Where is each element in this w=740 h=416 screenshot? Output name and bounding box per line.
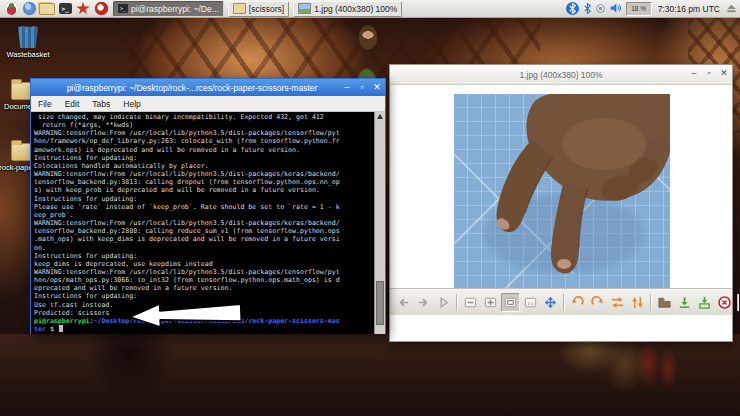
terminal-line: keep_dims is deprecated, use keepdims in… <box>34 260 374 268</box>
file-manager-button[interactable] <box>39 1 55 17</box>
svg-text:1:1: 1:1 <box>528 300 535 305</box>
toolbar-separator <box>650 294 652 311</box>
cpu-monitor[interactable]: 18 % <box>626 2 652 16</box>
toolbar-separator <box>563 294 565 311</box>
next-button[interactable] <box>414 293 433 312</box>
terminal-scrollbar[interactable] <box>374 112 385 334</box>
terminal-line: Colocations handled automatically by pla… <box>34 162 374 170</box>
viewer-titlebar[interactable]: 1.jpg (400x380) 100% –▫✕ <box>390 65 732 85</box>
viewer-toolbar: 1:1 <box>390 288 732 315</box>
menu-file[interactable]: File <box>38 99 52 109</box>
terminal-line: Instructions for updating: <box>34 195 374 203</box>
terminal-line: s) with keep_prob is deprecated and will… <box>34 186 374 194</box>
taskbar-window-label: pi@raspberrypi: ~/De... <box>131 4 219 14</box>
terminal-launcher-button[interactable]: >_ <box>57 1 73 17</box>
terminal-line: eep_prob`. <box>34 211 374 219</box>
taskbar: >_ >_ pi@raspberrypi: ~/De... [scissors]… <box>0 0 740 18</box>
wallpaper-ground <box>0 334 740 416</box>
terminal-title: pi@raspberrypi: ~/Desktop/rock-...rces/r… <box>31 83 385 93</box>
annotation-arrow <box>127 298 246 332</box>
terminal-line: tensorflow_backend.py:2880: calling redu… <box>34 227 374 235</box>
desktop: Wastebasket Documents rock-paper-sci 1.j… <box>0 0 740 416</box>
save-as-button[interactable] <box>695 293 714 312</box>
terminal-icon: >_ <box>118 4 128 13</box>
maximize-button[interactable]: ▫ <box>704 69 714 78</box>
flip-vertical-button[interactable] <box>628 293 647 312</box>
maximize-button[interactable]: ▫ <box>357 83 367 92</box>
terminal-line: WARNING:tensorflow:From /usr/local/lib/p… <box>34 219 374 227</box>
clock[interactable]: 7:30:16 pm UTC <box>656 4 722 14</box>
minimize-button[interactable]: – <box>342 83 352 92</box>
close-button[interactable]: ✕ <box>372 83 382 92</box>
terminal-window: pi@raspberrypi: ~/Desktop/rock-...rces/r… <box>30 78 386 334</box>
terminal-line: return f(*args, **kwds) <box>34 121 374 129</box>
terminal-line: WARNING:tensorflow:From /usr/local/lib/p… <box>34 268 374 276</box>
slideshow-button[interactable] <box>434 293 453 312</box>
scroll-up-icon[interactable] <box>377 114 383 119</box>
desktop-icon-wastebasket[interactable]: Wastebasket <box>0 23 60 59</box>
terminal-line: WARNING:tensorflow:From /usr/local/lib/p… <box>34 170 374 178</box>
folders-icon <box>39 3 55 15</box>
terminal-line: hon/framework/op_def_library.py:263: col… <box>34 137 374 145</box>
globe-icon <box>23 2 36 15</box>
volume-icon[interactable] <box>609 0 622 18</box>
terminal-line: Please use `rate` instead of `keep_prob`… <box>34 203 374 211</box>
terminal-line: eprecated and will be removed in a futur… <box>34 284 374 292</box>
previous-button[interactable] <box>394 293 413 312</box>
zoom-in-button[interactable] <box>481 293 500 312</box>
eject-icon[interactable] <box>726 0 737 18</box>
bluetooth-icon[interactable] <box>583 0 592 18</box>
desktop-icon-label: Wastebasket <box>0 50 60 59</box>
prompt-user: pi@raspberrypi <box>34 317 90 325</box>
toolbar-separator <box>737 294 739 311</box>
raspberry-icon <box>5 2 18 15</box>
scrollbar-thumb[interactable] <box>376 281 384 325</box>
web-browser-button[interactable] <box>21 1 37 17</box>
delete-button[interactable] <box>715 293 734 312</box>
menu-edit[interactable]: Edit <box>65 99 80 109</box>
terminal-line: tensorflow_backend.py:3813: calling drop… <box>34 178 374 186</box>
save-file-button[interactable] <box>675 293 694 312</box>
viewer-title: 1.jpg (400x380) 100% <box>390 70 732 80</box>
terminal-cursor[interactable] <box>59 325 63 332</box>
mathematica-button[interactable] <box>75 1 91 17</box>
wolfram-icon <box>95 2 108 15</box>
toolbar-separator <box>456 294 458 311</box>
rotate-cw-button[interactable] <box>588 293 607 312</box>
terminal-line: hon/ops/math_ops.py:3066: to_int32 (from… <box>34 276 374 284</box>
terminal-titlebar[interactable]: pi@raspberrypi: ~/Desktop/rock-...rces/r… <box>31 79 385 96</box>
zoom-original-button[interactable]: 1:1 <box>521 293 540 312</box>
trash-icon <box>16 23 40 48</box>
taskbar-window-image[interactable]: 1.jpg (400x380) 100% <box>293 1 402 17</box>
zoom-fit-button[interactable] <box>501 293 520 312</box>
terminal-line: on. <box>34 244 374 252</box>
fullscreen-button[interactable] <box>541 293 560 312</box>
taskbar-window-label: [scissors] <box>249 4 284 14</box>
terminal-line: WARNING:tensorflow:From /usr/local/lib/p… <box>34 129 374 137</box>
terminal-icon: >_ <box>59 3 72 14</box>
folder-icon <box>233 3 246 14</box>
flip-horizontal-button[interactable] <box>608 293 627 312</box>
wolfram-button[interactable] <box>93 1 109 17</box>
taskbar-window-terminal[interactable]: >_ pi@raspberrypi: ~/De... <box>113 1 224 17</box>
terminal-line: Instructions for updating: <box>34 154 374 162</box>
open-file-button[interactable] <box>655 293 674 312</box>
image-icon <box>298 3 311 14</box>
terminal-line: Instructions for updating: <box>34 252 374 260</box>
rotate-ccw-button[interactable] <box>568 293 587 312</box>
menu-tabs[interactable]: Tabs <box>92 99 110 109</box>
taskbar-window-label: 1.jpg (400x380) 100% <box>314 4 397 14</box>
zoom-out-button[interactable] <box>461 293 480 312</box>
minimize-button[interactable]: – <box>689 69 699 78</box>
system-tray: 18 % 7:30:16 pm UTC <box>566 0 737 18</box>
taskbar-window-scissors[interactable]: [scissors] <box>228 1 289 17</box>
terminal-line: .math_ops) with keep_dims is deprecated … <box>34 235 374 243</box>
image-viewer-window: 1.jpg (400x380) 100% –▫✕ <box>389 64 733 342</box>
terminal-line: amework.ops) is deprecated and will be r… <box>34 146 374 154</box>
close-button[interactable]: ✕ <box>719 69 729 78</box>
menu-help[interactable]: Help <box>123 99 140 109</box>
network-status-icon[interactable] <box>596 4 605 13</box>
bluetooth-manager-icon[interactable] <box>566 2 579 15</box>
terminal-line: size changed, may indicate binary incomp… <box>34 113 374 121</box>
raspberry-menu-button[interactable] <box>3 1 19 17</box>
